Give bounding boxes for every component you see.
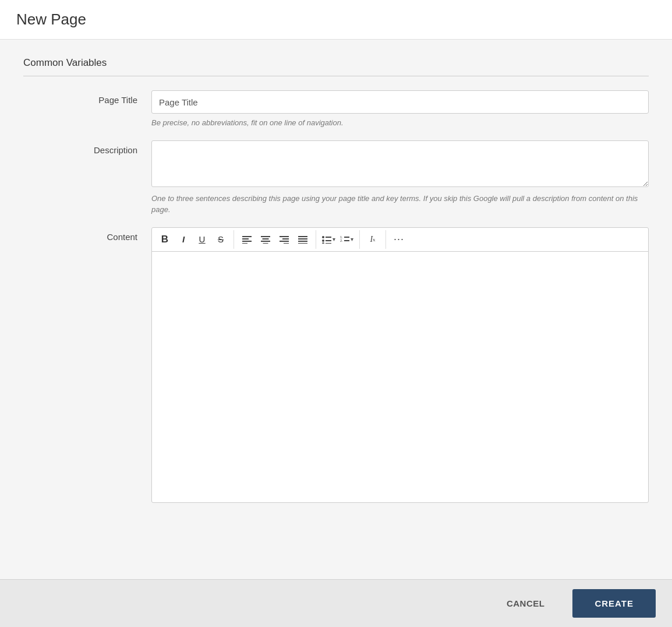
content-label: Content xyxy=(23,227,151,242)
svg-rect-15 xyxy=(298,243,307,244)
svg-rect-11 xyxy=(284,243,289,244)
dialog-body[interactable]: Common Variables Page Title Be precise, … xyxy=(0,40,672,579)
underline-button[interactable]: U xyxy=(193,230,211,249)
editor-toolbar: B I U S xyxy=(152,228,648,252)
svg-rect-12 xyxy=(298,236,307,237)
content-field-wrapper: B I U S xyxy=(151,227,649,503)
dialog-header: New Page xyxy=(0,0,672,40)
svg-text:2.: 2. xyxy=(340,239,343,242)
svg-rect-2 xyxy=(242,241,252,242)
svg-rect-6 xyxy=(261,241,270,242)
description-input[interactable] xyxy=(151,140,649,187)
cancel-button[interactable]: CANCEL xyxy=(486,589,566,618)
page-title-label: Page Title xyxy=(23,90,151,105)
svg-rect-1 xyxy=(242,238,249,239)
svg-rect-25 xyxy=(344,240,349,241)
svg-rect-5 xyxy=(263,238,269,239)
align-center-button[interactable] xyxy=(256,230,275,249)
description-label: Description xyxy=(23,140,151,155)
italic-button[interactable]: I xyxy=(174,230,193,249)
content-row: Content B I xyxy=(23,227,649,503)
dialog-container: New Page Common Variables Page Title Be … xyxy=(0,0,672,627)
svg-rect-23 xyxy=(344,237,349,238)
svg-rect-13 xyxy=(298,238,307,239)
rich-text-editor: B I U S xyxy=(151,227,649,503)
svg-point-18 xyxy=(322,239,324,242)
numbered-list-button[interactable]: 1. 2. ▾ xyxy=(338,230,356,249)
svg-rect-10 xyxy=(280,241,289,242)
page-title-input[interactable] xyxy=(151,90,649,114)
svg-rect-9 xyxy=(282,238,289,239)
description-hint: One to three sentences describing this p… xyxy=(151,193,649,216)
page-title-hint: Be precise, no abbreviations, fit on one… xyxy=(151,117,649,129)
editor-content-area[interactable] xyxy=(152,252,648,502)
more-group: ··· xyxy=(390,230,412,249)
align-left-button[interactable] xyxy=(238,230,256,249)
svg-rect-8 xyxy=(280,236,289,237)
list-group: ▾ 1. 2. ▾ xyxy=(320,230,360,249)
svg-rect-17 xyxy=(326,237,331,238)
align-right-button[interactable] xyxy=(275,230,293,249)
description-row: Description One to three sentences descr… xyxy=(23,140,649,216)
svg-rect-21 xyxy=(326,243,331,244)
dialog-title: New Page xyxy=(16,10,656,29)
svg-rect-0 xyxy=(242,236,252,237)
svg-rect-4 xyxy=(261,236,270,237)
bullet-list-arrow: ▾ xyxy=(333,236,335,242)
more-button[interactable]: ··· xyxy=(390,230,408,249)
align-justify-button[interactable] xyxy=(293,230,312,249)
create-button[interactable]: CREATE xyxy=(572,589,656,618)
clear-format-group: Ix xyxy=(363,230,386,249)
strikethrough-button[interactable]: S xyxy=(211,230,230,249)
description-field-wrapper: One to three sentences describing this p… xyxy=(151,140,649,216)
page-title-row: Page Title Be precise, no abbreviations,… xyxy=(23,90,649,129)
clear-format-button[interactable]: Ix xyxy=(363,230,382,249)
svg-rect-19 xyxy=(326,240,331,241)
svg-point-16 xyxy=(322,236,324,238)
format-group: B I U S xyxy=(155,230,234,249)
svg-point-20 xyxy=(322,242,324,244)
numbered-list-arrow: ▾ xyxy=(351,236,353,242)
alignment-group xyxy=(238,230,316,249)
bullet-list-button[interactable]: ▾ xyxy=(320,230,338,249)
bold-button[interactable]: B xyxy=(155,230,174,249)
page-title-field-wrapper: Be precise, no abbreviations, fit on one… xyxy=(151,90,649,129)
svg-rect-3 xyxy=(242,243,247,244)
dialog-footer: CANCEL CREATE xyxy=(0,579,672,627)
svg-rect-14 xyxy=(298,241,307,242)
svg-rect-7 xyxy=(263,243,268,244)
section-heading: Common Variables xyxy=(23,57,649,76)
